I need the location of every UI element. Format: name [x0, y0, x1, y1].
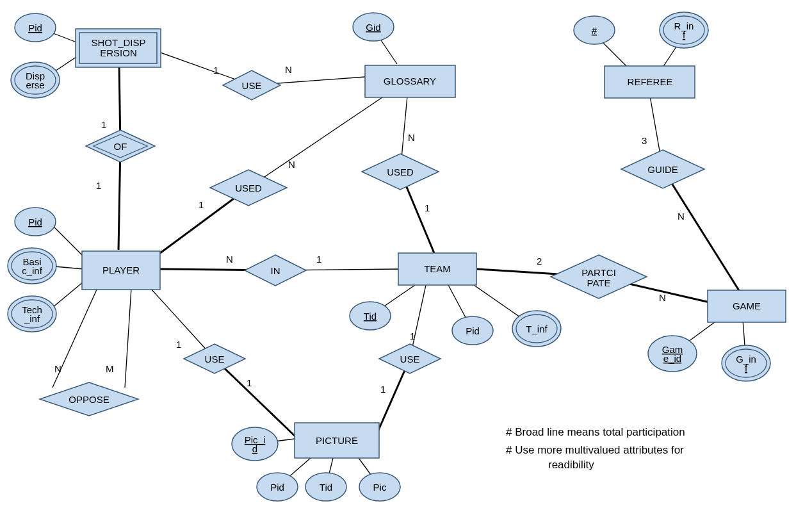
- entity-picture: PICTURE: [295, 423, 379, 458]
- svg-text:USE: USE: [242, 80, 262, 91]
- svg-text:GAME: GAME: [733, 300, 761, 311]
- attr-pid-team: Pid: [452, 316, 493, 345]
- attr-pid-player: Pid: [15, 208, 56, 236]
- rel-in: IN: [245, 255, 306, 286]
- attr-game-id: Gam e_id: [648, 336, 697, 372]
- svg-text:Tid: Tid: [364, 311, 377, 322]
- attr-pic: Pic: [359, 473, 400, 501]
- entity-player: PLAYER: [82, 251, 160, 290]
- svg-text:PATE: PATE: [587, 277, 611, 288]
- card-player-use2: 1: [176, 339, 181, 350]
- svg-text:REFEREE: REFEREE: [628, 76, 673, 87]
- svg-text:USED: USED: [387, 167, 414, 177]
- card-player-in: N: [226, 254, 233, 265]
- rel-participate: PARTCI PATE: [551, 255, 647, 299]
- svg-text:Pid: Pid: [466, 325, 480, 336]
- rel-guide: GUIDE: [621, 150, 704, 188]
- svg-text:erse: erse: [26, 79, 44, 90]
- note-line-2: # Use more multivalued attributes for: [506, 444, 684, 456]
- svg-text:USE: USE: [400, 354, 420, 365]
- rel-use-team-picture: USE: [379, 344, 441, 373]
- svg-text:Pic: Pic: [373, 482, 387, 493]
- edge: [125, 288, 131, 388]
- attr-ref-num: #: [574, 16, 615, 44]
- card-pic-use2: 1: [247, 377, 252, 388]
- svg-text:OPPOSE: OPPOSE: [69, 394, 109, 405]
- svg-text:USED: USED: [235, 183, 262, 193]
- svg-text:c_inf: c_inf: [22, 265, 43, 276]
- entity-team: TEAM: [398, 253, 476, 285]
- card-game-part: N: [659, 292, 666, 303]
- card-gloss-used1: N: [288, 159, 295, 170]
- svg-text:PARTCI: PARTCI: [581, 267, 616, 278]
- card-gloss-use: N: [285, 64, 292, 75]
- attr-basic-inf: Basi c_inf: [8, 248, 56, 284]
- edge: [248, 96, 384, 188]
- card-oppose-m: M: [106, 363, 114, 374]
- card-team-part: 2: [537, 256, 542, 266]
- svg-text:Pid: Pid: [28, 22, 42, 33]
- rel-used-player: USED: [210, 170, 287, 206]
- card-team-use3: 1: [410, 331, 415, 341]
- svg-text:e_id: e_id: [663, 353, 681, 364]
- attr-tid: Tid: [350, 302, 391, 330]
- card-sd-use: 1: [213, 65, 218, 76]
- rel-used-team: USED: [362, 154, 439, 190]
- svg-text:d: d: [252, 443, 257, 454]
- svg-text:SHOT_DISP: SHOT_DISP: [91, 37, 145, 48]
- svg-text:Pid: Pid: [28, 217, 42, 227]
- svg-text:GLOSSARY: GLOSSARY: [384, 76, 436, 86]
- attr-pid-sd: Pid: [15, 13, 56, 42]
- card-oppose-n: N: [54, 363, 61, 374]
- edge-total: [215, 359, 298, 439]
- note-line-3: readibility: [548, 459, 594, 471]
- card-gloss-used2: N: [408, 132, 415, 143]
- svg-text:Tid: Tid: [320, 482, 332, 493]
- svg-text:IN: IN: [271, 265, 280, 276]
- svg-text:TEAM: TEAM: [424, 263, 451, 274]
- card-team-in: 1: [316, 254, 321, 265]
- edge-total: [663, 169, 740, 291]
- card-ref-guide: 3: [642, 135, 647, 146]
- attr-t-inf: T_inf: [512, 311, 561, 347]
- card-pic-use3: 1: [380, 384, 386, 395]
- svg-text:Pid: Pid: [270, 482, 284, 493]
- rel-oppose: OPPOSE: [40, 382, 138, 416]
- svg-text:OF: OF: [114, 141, 127, 152]
- entity-glossary: GLOSSARY: [365, 65, 455, 97]
- card-sd-of: 1: [101, 119, 106, 130]
- svg-text:PICTURE: PICTURE: [316, 435, 358, 446]
- rel-use-player-picture: USE: [184, 344, 245, 373]
- svg-text:PLAYER: PLAYER: [102, 265, 140, 275]
- svg-text:_inf: _inf: [24, 313, 40, 324]
- attr-tid-pic: Tid: [305, 473, 346, 501]
- entity-game: GAME: [708, 290, 786, 322]
- card-player-used1: 1: [199, 199, 204, 210]
- svg-text:USE: USE: [205, 354, 225, 365]
- attr-disperse: Disp erse: [11, 62, 60, 98]
- attr-pid-pic: Pid: [257, 473, 298, 501]
- rel-use-sd-glossary: USE: [223, 70, 280, 100]
- entity-referee: REFEREE: [605, 66, 695, 98]
- entity-shot-dispersion: SHOT_DISP ERSION: [76, 29, 161, 67]
- attr-tech-inf: Tech _inf: [8, 296, 56, 332]
- attr-r-inf: R_in f: [660, 12, 708, 48]
- rel-of: OF: [86, 130, 155, 162]
- svg-text:Gid: Gid: [366, 22, 380, 33]
- svg-text:GUIDE: GUIDE: [647, 164, 678, 175]
- card-game-guide: N: [678, 211, 685, 222]
- card-player-of: 1: [96, 180, 101, 191]
- svg-text:T_inf: T_inf: [526, 324, 548, 334]
- note-line-1: # Broad line means total participation: [506, 426, 685, 438]
- attr-g-inf: G_in f: [722, 345, 770, 381]
- card-team-used2: 1: [425, 202, 430, 213]
- svg-text:#: #: [592, 25, 597, 36]
- svg-text:ERSION: ERSION: [100, 47, 137, 58]
- attr-gid: Gid: [353, 13, 394, 41]
- attr-pic-id: Pic_i d: [232, 427, 278, 461]
